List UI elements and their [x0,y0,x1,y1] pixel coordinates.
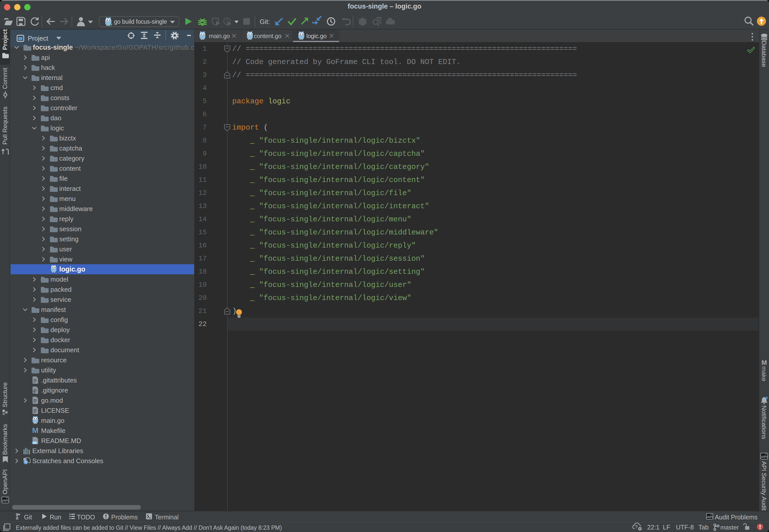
svg-text:/API: /API [707,515,713,519]
svg-text:MD: MD [33,441,37,444]
svg-text:/API: /API [761,455,767,459]
svg-text:M: M [761,359,767,366]
svg-text:?: ? [635,524,638,529]
svg-text:/API: /API [2,499,9,503]
svg-text:M: M [32,426,39,434]
